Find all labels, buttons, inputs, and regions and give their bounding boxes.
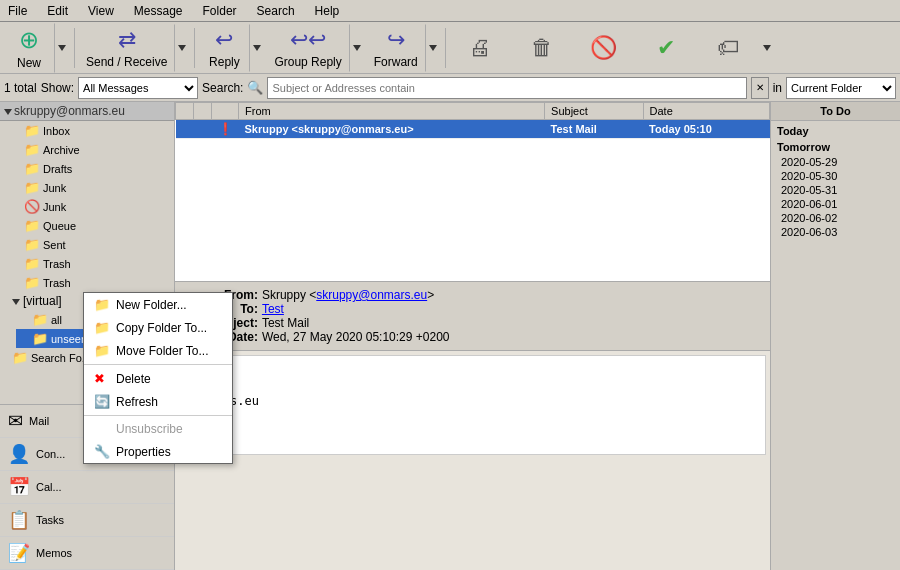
tag-dropdown-icon xyxy=(763,45,771,51)
menu-view[interactable]: View xyxy=(84,2,118,20)
reply-button[interactable]: ↩ Reply xyxy=(199,24,249,72)
menu-search[interactable]: Search xyxy=(253,2,299,20)
todo-date-5[interactable]: 2020-06-03 xyxy=(777,225,894,239)
ctx-refresh[interactable]: 🔄 Refresh xyxy=(84,390,232,413)
all-icon: 📁 xyxy=(32,312,48,327)
reply-icon: ↩ xyxy=(215,27,233,53)
search-folder-icon: 📁 xyxy=(12,350,28,365)
group-reply-arrow[interactable] xyxy=(349,24,365,72)
ctx-sep2 xyxy=(84,415,232,416)
total-label: 1 total xyxy=(4,81,37,95)
menu-folder[interactable]: Folder xyxy=(199,2,241,20)
folder-junk-folder[interactable]: 📁 Junk xyxy=(8,178,174,197)
col-date[interactable]: Date xyxy=(643,103,769,120)
show-select[interactable]: All Messages Unread Messages Starred Mes… xyxy=(78,77,198,99)
sidebar-item-calendar[interactable]: 📅 Cal... xyxy=(0,471,174,504)
ctx-new-folder-label: New Folder... xyxy=(116,298,187,312)
menu-edit[interactable]: Edit xyxy=(43,2,72,20)
folder-trash2[interactable]: 📁 Trash xyxy=(8,273,174,292)
delete-icon: 🗑 xyxy=(531,35,553,61)
preview-body: Hi, onmars.eu -- xyxy=(179,355,766,455)
calendar-icon: 📅 xyxy=(8,476,30,498)
todo-date-0[interactable]: 2020-05-29 xyxy=(777,155,894,169)
group-reply-button[interactable]: ↩↩ Group Reply xyxy=(267,24,348,72)
col-subject[interactable]: Subject xyxy=(545,103,643,120)
inbox-icon: 📁 xyxy=(24,123,40,138)
trash2-icon: 📁 xyxy=(24,275,40,290)
msg-date-cell: Today 05:10 xyxy=(643,120,769,139)
reply-arrow[interactable] xyxy=(249,24,265,72)
menu-message[interactable]: Message xyxy=(130,2,187,20)
from-email-link[interactable]: skruppy@onmars.eu xyxy=(316,288,427,302)
new-button[interactable]: ⊕ New xyxy=(4,23,54,73)
folder-inbox-label: Inbox xyxy=(43,125,70,137)
junk-icon2: 🚫 xyxy=(24,199,40,214)
ctx-move-folder[interactable]: 📁 Move Folder To... xyxy=(84,339,232,362)
delete-button[interactable]: 🗑 xyxy=(512,32,572,64)
todo-date-2[interactable]: 2020-05-31 xyxy=(777,183,894,197)
print-button[interactable]: 🖨 xyxy=(450,32,510,64)
unseen-icon: 📁 xyxy=(32,331,48,346)
todo-date-1[interactable]: 2020-05-30 xyxy=(777,169,894,183)
col-flag[interactable] xyxy=(176,103,194,120)
print-icon: 🖨 xyxy=(469,35,491,61)
contacts-icon: 👤 xyxy=(8,443,30,465)
hdr-subject-row: Subject: Test Mail xyxy=(203,316,450,330)
table-row[interactable]: ❗ Skruppy <skruppy@onmars.eu> Test Mail … xyxy=(176,120,770,139)
forward-arrow[interactable] xyxy=(425,24,441,72)
junk-button[interactable]: 🚫 xyxy=(574,32,634,64)
in-select[interactable]: Current Folder All Folders xyxy=(786,77,896,99)
ctx-copy-folder-label: Copy Folder To... xyxy=(116,321,207,335)
send-receive-arrow[interactable] xyxy=(174,24,190,72)
junk-folder-icon: 📁 xyxy=(24,180,40,195)
msg-att-cell xyxy=(194,120,212,139)
todo-section: Today Tomorrow 2020-05-29 2020-05-30 202… xyxy=(771,121,900,241)
todo-tomorrow: Tomorrow xyxy=(777,139,894,155)
ctx-delete[interactable]: ✖ Delete xyxy=(84,367,232,390)
tag-button[interactable]: 🏷 xyxy=(698,32,758,64)
folder-inbox[interactable]: 📁 Inbox xyxy=(8,121,174,140)
folder-junk[interactable]: 🚫 Junk xyxy=(8,197,174,216)
new-arrow[interactable] xyxy=(54,23,70,73)
notjunk-button[interactable]: ✔ xyxy=(636,32,696,64)
ctx-copy-folder[interactable]: 📁 Copy Folder To... xyxy=(84,316,232,339)
group-reply-label: Group Reply xyxy=(274,55,341,69)
ctx-new-folder[interactable]: 📁 New Folder... xyxy=(84,293,232,316)
todo-date-4[interactable]: 2020-06-02 xyxy=(777,211,894,225)
forward-button[interactable]: ↪ Forward xyxy=(367,24,425,72)
memos-icon: 📝 xyxy=(8,542,30,564)
ctx-move-folder-label: Move Folder To... xyxy=(116,344,208,358)
folder-drafts[interactable]: 📁 Drafts xyxy=(8,159,174,178)
folder-queue-label: Queue xyxy=(43,220,76,232)
search-clear-button[interactable]: ✕ xyxy=(751,77,769,99)
ctx-refresh-icon: 🔄 xyxy=(94,394,110,409)
folder-trash2-label: Trash xyxy=(43,277,71,289)
send-receive-button[interactable]: ⇄ Send / Receive xyxy=(79,24,174,72)
priority-icon: ❗ xyxy=(218,122,233,136)
collapse-icon[interactable] xyxy=(4,104,12,118)
folder-sent[interactable]: 📁 Sent xyxy=(8,235,174,254)
col-att[interactable] xyxy=(194,103,212,120)
folder-queue[interactable]: 📁 Queue xyxy=(8,216,174,235)
folder-unseen-label: unseen xyxy=(51,333,87,345)
col-prio[interactable] xyxy=(212,103,239,120)
queue-icon: 📁 xyxy=(24,218,40,233)
ctx-properties[interactable]: 🔧 Properties xyxy=(84,440,232,463)
todo-date-3[interactable]: 2020-06-01 xyxy=(777,197,894,211)
menu-file[interactable]: File xyxy=(4,2,31,20)
search-input[interactable] xyxy=(267,77,746,99)
notjunk-icon: ✔ xyxy=(657,35,675,61)
search-icon: 🔍 xyxy=(247,80,263,95)
tag-arrow[interactable] xyxy=(760,45,774,51)
virtual-group-label: [virtual] xyxy=(23,294,62,308)
menu-help[interactable]: Help xyxy=(311,2,344,20)
sidebar-item-tasks[interactable]: 📋 Tasks xyxy=(0,504,174,537)
forward-icon: ↪ xyxy=(387,27,405,53)
hdr-date-val: Wed, 27 May 2020 05:10:29 +0200 xyxy=(262,330,450,344)
msg-from-cell: Skruppy <skruppy@onmars.eu> xyxy=(239,120,545,139)
folder-archive[interactable]: 📁 Archive xyxy=(8,140,174,159)
folder-trash1[interactable]: 📁 Trash xyxy=(8,254,174,273)
sidebar-item-memos[interactable]: 📝 Memos xyxy=(0,537,174,570)
col-from[interactable]: From xyxy=(239,103,545,120)
to-link[interactable]: Test xyxy=(262,302,284,316)
